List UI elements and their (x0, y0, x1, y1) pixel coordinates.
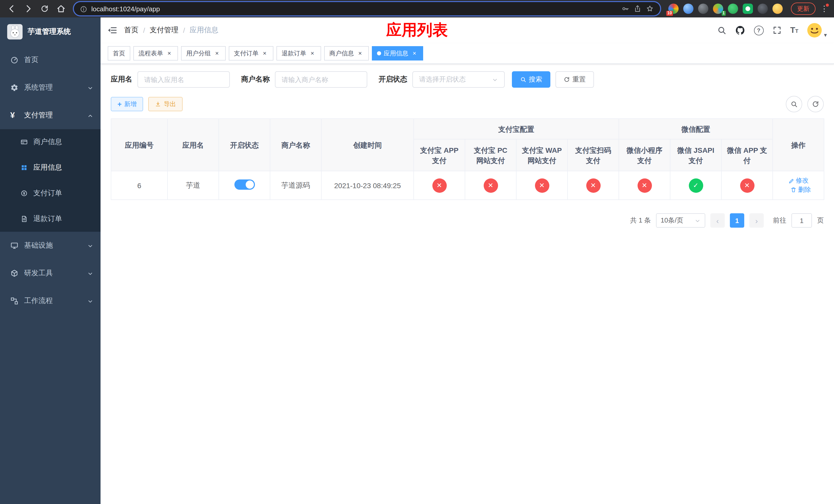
tab-merchant-info[interactable]: 商户信息× (324, 46, 369, 61)
tab-home[interactable]: 首页 (108, 46, 130, 61)
sidebar-item-home[interactable]: 首页 (0, 46, 101, 74)
site-info-icon[interactable] (80, 5, 87, 13)
app-name-input[interactable] (137, 71, 230, 88)
plus-icon: + (117, 101, 122, 107)
chevron-down-icon (87, 297, 93, 305)
close-icon[interactable]: × (411, 50, 418, 57)
next-page-button[interactable]: › (749, 213, 764, 228)
tab-process-form[interactable]: 流程表单× (133, 46, 178, 61)
url-text[interactable]: localhost:1024/pay/app (91, 5, 617, 13)
breadcrumb-home[interactable]: 首页 (124, 26, 138, 35)
monitor-icon (10, 242, 19, 250)
close-icon[interactable]: × (261, 50, 268, 57)
extension-icon-5[interactable] (728, 4, 738, 14)
alipay-qr-status-icon: ✕ (586, 178, 600, 192)
col-alipay-wap: 支付宝 WAP 网站支付 (516, 139, 568, 171)
cube-icon (10, 269, 19, 277)
extension-icon-3[interactable] (698, 4, 708, 14)
col-app-name: 应用名 (168, 119, 219, 171)
breadcrumb-payment[interactable]: 支付管理 (150, 26, 178, 35)
enabled-toggle[interactable] (234, 180, 255, 190)
browser-menu-icon[interactable]: ⋮ (819, 4, 830, 13)
close-icon[interactable]: × (213, 50, 221, 57)
tab-user-group[interactable]: 用户分组× (181, 46, 226, 61)
browser-back-button[interactable] (4, 1, 20, 17)
help-icon[interactable]: ? (754, 25, 764, 35)
close-icon[interactable]: × (166, 50, 173, 57)
sidebar-item-app-info[interactable]: 应用信息 (0, 155, 101, 181)
goto-unit-label: 页 (817, 216, 824, 225)
alipay-wap-status-icon: ✕ (535, 178, 549, 192)
page-number-1[interactable]: 1 (730, 213, 744, 228)
extension-icon-6[interactable] (743, 4, 753, 14)
fullscreen-icon[interactable] (772, 26, 782, 35)
tab-pay-orders[interactable]: 支付订单× (229, 46, 273, 61)
screen: localhost:1024/pay/app 10 1 更新 ⋮ (0, 0, 834, 504)
sidebar-item-infra[interactable]: 基础设施 (0, 232, 101, 259)
search-form: 应用名 商户名称 开启状态 请选择开启状态 搜索 重置 (111, 71, 824, 88)
share-icon[interactable] (633, 4, 642, 13)
profile-avatar-icon[interactable] (772, 4, 783, 14)
browser-home-button[interactable] (53, 1, 69, 17)
address-bar[interactable]: localhost:1024/pay/app (74, 2, 660, 15)
sidebar-item-system[interactable]: 系统管理 (0, 74, 101, 101)
workflow-icon (10, 297, 19, 305)
goto-page-input[interactable] (791, 213, 812, 228)
tab-refund-orders[interactable]: 退款订单× (277, 46, 321, 61)
page-size-select[interactable]: 10条/页 (656, 213, 705, 228)
sidebar-collapse-icon[interactable] (101, 18, 124, 43)
user-avatar[interactable]: ▾ (807, 23, 827, 38)
reset-button[interactable]: 重置 (555, 71, 594, 88)
status-select[interactable]: 请选择开启状态 (412, 71, 505, 88)
search-icon[interactable] (717, 26, 726, 35)
col-alipay-app: 支付宝 APP 支付 (414, 139, 465, 171)
extension-icon-4[interactable]: 1 (713, 4, 723, 14)
refresh-button[interactable] (807, 96, 824, 112)
wx-lite-status-icon: ✕ (637, 178, 652, 192)
sidebar-item-dev-tools[interactable]: 研发工具 (0, 259, 101, 287)
password-key-icon[interactable] (621, 4, 629, 13)
browser-reload-button[interactable] (37, 1, 52, 17)
cell-app-name: 芋道 (168, 171, 219, 200)
page-content: 应用名 商户名称 开启状态 请选择开启状态 搜索 重置 (101, 64, 834, 504)
wx-jsapi-status-icon: ✓ (688, 178, 703, 192)
bookmark-star-icon[interactable] (646, 4, 654, 13)
close-icon[interactable]: × (356, 50, 364, 57)
add-button[interactable]: +新增 (111, 97, 143, 111)
col-alipay-qr: 支付宝扫码支付 (568, 139, 619, 171)
extension-icon-7[interactable] (758, 4, 768, 14)
chevron-up-icon (87, 111, 93, 119)
tab-app-info[interactable]: 应用信息× (372, 46, 423, 61)
github-icon[interactable] (735, 25, 745, 36)
extension-icon-1[interactable]: 10 (668, 4, 679, 14)
app-logo (7, 24, 23, 40)
extension-icon-2[interactable] (683, 4, 694, 14)
merchant-name-input[interactable] (275, 71, 367, 88)
sidebar-item-workflow[interactable]: 工作流程 (0, 287, 101, 315)
delete-link[interactable]: 删除 (790, 185, 811, 194)
apps-table: 应用编号 应用名 开启状态 商户名称 创建时间 支付宝配置 微信配置 操作 支付… (111, 118, 824, 200)
browser-update-button[interactable]: 更新 (791, 3, 815, 15)
pay-order-icon (21, 190, 28, 197)
close-icon[interactable]: × (309, 50, 316, 57)
page-title: 应用列表 (386, 20, 448, 41)
edit-link[interactable]: 修改 (788, 176, 809, 185)
merchant-card-icon (21, 138, 28, 145)
sidebar-item-merchant-info[interactable]: 商户信息 (0, 129, 101, 155)
prev-page-button[interactable]: ‹ (710, 213, 725, 228)
sidebar-item-pay-orders[interactable]: 支付订单 (0, 181, 101, 206)
tags-view-bar: 首页 流程表单× 用户分组× 支付订单× 退款订单× 商户信息× 应用信息× (101, 43, 834, 64)
app-grid-icon (21, 164, 28, 171)
col-actions: 操作 (773, 119, 824, 171)
col-alipay-pc: 支付宝 PC 网站支付 (465, 139, 516, 171)
browser-forward-button[interactable] (21, 1, 36, 17)
toggle-search-button[interactable] (786, 96, 802, 112)
col-wx-lite: 微信小程序支付 (619, 139, 670, 171)
export-button[interactable]: 导出 (148, 97, 182, 111)
font-size-icon[interactable]: TT (790, 27, 798, 34)
search-button[interactable]: 搜索 (512, 71, 550, 88)
sidebar-item-refund-orders[interactable]: 退款订单 (0, 206, 101, 232)
sidebar-item-payment[interactable]: ¥ 支付管理 (0, 101, 101, 129)
table-row: 6 芋道 芋道源码 2021-10-23 08:49:25 ✕ ✕ ✕ ✕ ✕ … (111, 171, 824, 200)
extension-badge-red: 10 (666, 11, 673, 16)
